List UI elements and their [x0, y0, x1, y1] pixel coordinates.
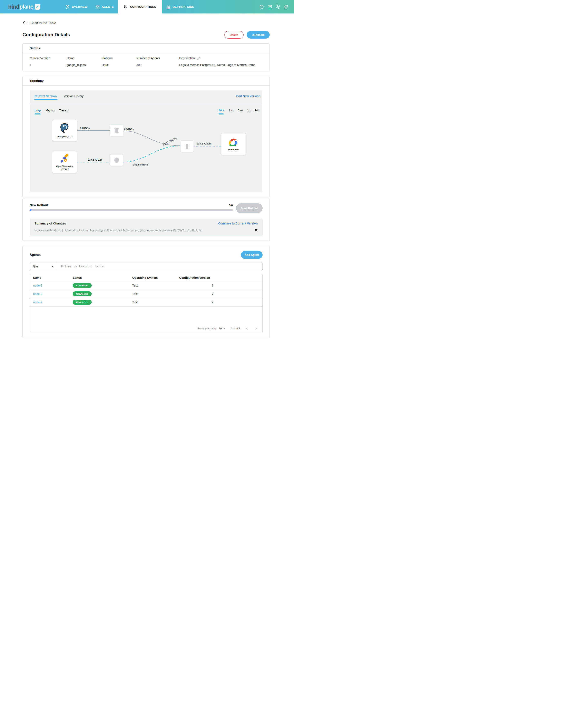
processor-chip-icon [113, 127, 120, 134]
slack-icon[interactable] [276, 4, 280, 9]
nav-tabs: OVERVIEW AGENTS CONFIGURATIONS [61, 0, 198, 13]
agents-table: Name Status Operating System Configurati… [30, 274, 263, 333]
nav-tab-label: AGENTS [102, 5, 114, 8]
rollout-progress-count: 0/0 [229, 204, 233, 207]
edit-pencil-icon[interactable] [197, 57, 200, 60]
delete-button[interactable]: Delete [224, 31, 243, 38]
next-page-icon[interactable] [254, 326, 258, 331]
add-agent-button[interactable]: Add Agent [241, 251, 263, 259]
edge-proc1-to-junction [123, 131, 180, 146]
rows-per-page-label: Rows per page: [197, 327, 217, 330]
grid-icon [96, 5, 100, 9]
nav-tab-label: OVERVIEW [72, 5, 87, 8]
page-title: Configuration Details [22, 32, 70, 37]
chevron-down-icon [223, 328, 225, 329]
filter-field-select[interactable]: Filter [30, 262, 56, 270]
help-icon[interactable] [259, 4, 264, 9]
rollout-progress-bar [30, 209, 233, 211]
nav-tab-destinations[interactable]: DESTINATIONS [162, 0, 198, 13]
node-processor-3[interactable] [181, 141, 194, 152]
field-description: Descritption Logs to Metrics PostgreSQL … [179, 56, 263, 67]
rows-per-page-select[interactable]: 10 [219, 327, 225, 330]
status-badge: Connected [73, 300, 92, 305]
sliders-icon [124, 5, 128, 9]
table-pagination: Rows per page: 10 1-1 of 1 [30, 324, 262, 333]
chart-icon [166, 5, 171, 9]
column-header-version: Configuration version [179, 276, 262, 279]
table-row[interactable]: node-2 Connected Test 7 [30, 290, 262, 298]
details-card: Details Current Version 7 Name google_dk… [22, 43, 270, 71]
agent-config-version: 7 [179, 301, 262, 304]
status-badge: Connected [73, 283, 92, 288]
back-arrow-icon [22, 20, 27, 25]
filter-input[interactable] [56, 262, 262, 270]
field-current-version: Current Version 7 [30, 56, 67, 67]
agent-name-link[interactable]: node-2 [33, 284, 73, 287]
google-cloud-icon [228, 137, 239, 146]
postgresql-icon [60, 123, 70, 133]
edge-label: 0 KiB/m [80, 127, 90, 130]
rollout-progress-fill [30, 209, 32, 211]
agent-config-version: 7 [179, 292, 262, 296]
edge-label: 103.5 KiB/m [196, 142, 211, 145]
agent-name-link[interactable]: node-2 [33, 301, 73, 304]
brand-op-badge: OP [35, 4, 40, 10]
main-content: Back to the Table Configuration Details … [22, 13, 270, 338]
topology-panel: Current Version Version History Edit New… [30, 90, 262, 192]
rollout-title: New Rollout [30, 203, 48, 207]
agent-config-version: 7 [179, 284, 262, 287]
node-processor-1[interactable] [110, 125, 123, 136]
expand-chevron-down-icon[interactable] [255, 229, 258, 231]
column-header-os: Operating System [132, 276, 179, 279]
brand-bind: bind [8, 4, 19, 10]
table-header-row: Name Status Operating System Configurati… [30, 274, 262, 281]
rollout-card: New Rollout 0/0 Start Rollout Summary of… [22, 198, 270, 241]
mail-icon[interactable] [268, 4, 272, 9]
status-badge: Connected [73, 291, 92, 296]
nav-tab-overview[interactable]: OVERVIEW [61, 0, 91, 13]
nav-tab-label: DESTINATIONS [173, 5, 194, 8]
edge-label: 0 KiB/m [124, 128, 134, 131]
summary-of-changes-panel: Summary of Changes Compare to Current Ve… [30, 219, 263, 236]
summary-change-text: Destination Modified | Updated outside o… [34, 229, 202, 232]
column-header-name: Name [33, 276, 73, 279]
nav-tab-configurations[interactable]: CONFIGURATIONS [118, 0, 162, 13]
brand-logo[interactable]: bindplane OP [0, 0, 47, 13]
table-empty-space [30, 307, 262, 324]
nav-tab-agents[interactable]: AGENTS [91, 0, 118, 13]
node-postgresql[interactable]: postgresQL_2 [52, 120, 77, 141]
agent-os: Test [132, 301, 179, 304]
agent-name-link[interactable]: node-2 [33, 292, 73, 296]
table-row[interactable]: node-2 Connected Test 7 [30, 298, 262, 307]
node-destination-gcp[interactable]: bpcli-dev [221, 133, 246, 155]
agents-card: Agents Add Agent Filter Name Status Oper… [22, 246, 270, 338]
pagination-range: 1-1 of 1 [231, 327, 240, 330]
nav-tab-label: CONFIGURATIONS [130, 5, 156, 8]
edge-label: 103.5 KiB/m [133, 163, 148, 166]
opentelemetry-icon [60, 154, 70, 164]
agents-title: Agents [30, 253, 40, 257]
settings-gear-icon[interactable] [284, 4, 289, 9]
back-link-label: Back to the Table [30, 21, 56, 25]
column-header-status: Status [73, 276, 132, 279]
brand-plane: plane [19, 4, 33, 10]
topology-title: Topology [30, 79, 263, 83]
processor-chip-icon [183, 143, 191, 150]
agent-os: Test [132, 292, 179, 296]
previous-page-icon[interactable] [245, 326, 249, 331]
nav-utilities [259, 0, 294, 13]
summary-title: Summary of Changes [34, 222, 66, 225]
back-link[interactable]: Back to the Table [22, 20, 56, 25]
node-processor-2[interactable] [110, 154, 123, 166]
duplicate-button[interactable]: Duplicate [247, 31, 270, 38]
agents-filter-bar: Filter [30, 262, 263, 271]
chevron-down-icon [52, 266, 54, 267]
compare-to-current-version-link[interactable]: Compare to Current Version [218, 222, 258, 225]
start-rollout-button[interactable]: Start Rollout [236, 203, 263, 213]
processor-chip-icon [113, 157, 120, 164]
node-opentelemetry[interactable]: OpenTelemetry (OTPL) [52, 151, 77, 173]
details-title: Details [30, 46, 263, 50]
table-row[interactable]: node-2 Connected Test 7 [30, 281, 262, 290]
top-nav: bindplane OP OVERVIEW AGENTS [0, 0, 294, 13]
field-platform: Platform Linux [101, 56, 136, 67]
